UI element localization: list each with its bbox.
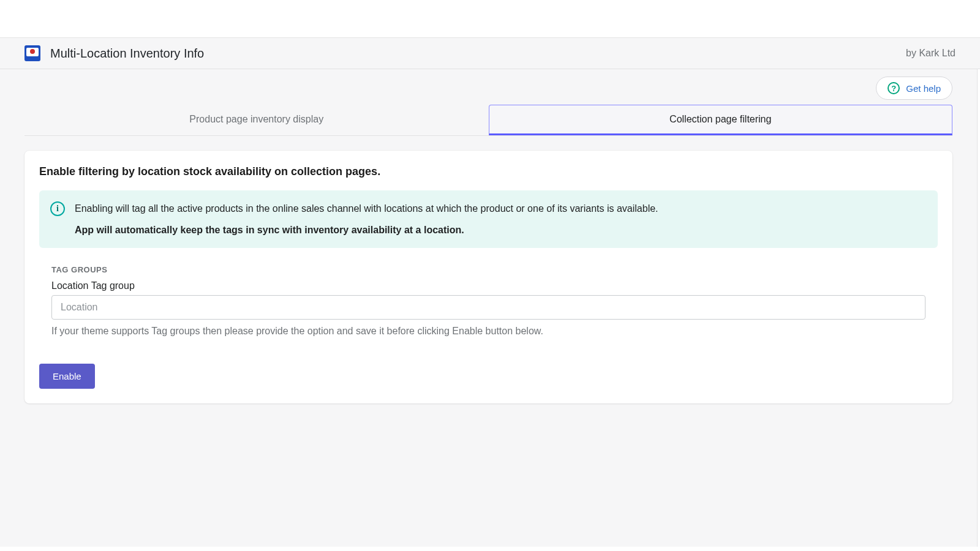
help-row: ? Get help (0, 69, 977, 105)
info-banner: i Enabling will tag all the active produ… (39, 190, 938, 248)
tab-label: Collection page filtering (669, 114, 771, 124)
tab-product-page-inventory[interactable]: Product page inventory display (24, 105, 489, 135)
settings-card: Enable filtering by location stock avail… (24, 151, 952, 403)
section-title: Enable filtering by location stock avail… (39, 165, 938, 178)
svg-rect-3 (28, 56, 32, 59)
get-help-label: Get help (906, 83, 941, 94)
svg-rect-4 (33, 56, 37, 59)
enable-button-label: Enable (53, 371, 81, 381)
question-icon: ? (888, 82, 900, 94)
svg-point-2 (30, 49, 35, 54)
vendor-label: by Kark Ltd (906, 48, 956, 59)
tab-collection-page-filtering[interactable]: Collection page filtering (489, 105, 953, 135)
app-header: Multi-Location Inventory Info by Kark Lt… (0, 38, 980, 69)
location-tag-group-input[interactable] (51, 295, 925, 320)
tabs: Product page inventory display Collectio… (24, 105, 952, 136)
location-tag-group-label: Location Tag group (51, 280, 925, 291)
get-help-button[interactable]: ? Get help (876, 77, 952, 100)
enable-button[interactable]: Enable (39, 364, 95, 389)
app-title: Multi-Location Inventory Info (50, 47, 204, 61)
header-left: Multi-Location Inventory Info (24, 45, 204, 61)
form-section: TAG GROUPS Location Tag group If your th… (39, 265, 938, 337)
browser-blank-area (0, 0, 980, 38)
tab-label: Product page inventory display (189, 114, 323, 124)
tag-groups-label: TAG GROUPS (51, 265, 925, 274)
info-icon: i (50, 201, 65, 216)
app-logo-icon (24, 45, 40, 61)
info-line-2: App will automatically keep the tags in … (75, 222, 658, 238)
page-body: ? Get help Product page inventory displa… (0, 69, 978, 547)
info-text: Enabling will tag all the active product… (75, 200, 658, 238)
info-line-1: Enabling will tag all the active product… (75, 203, 658, 214)
location-tag-group-helper: If your theme supports Tag groups then p… (51, 326, 925, 337)
